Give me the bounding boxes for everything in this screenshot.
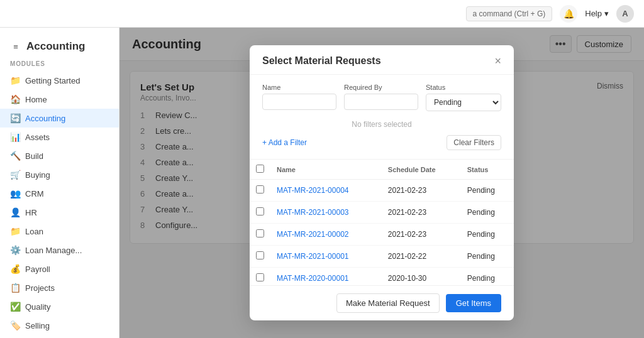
- sidebar-item-label: Payroll: [25, 264, 50, 274]
- sidebar-item-label: Assets: [25, 133, 50, 142]
- row-checkbox[interactable]: [256, 273, 264, 281]
- row-status: Pending: [461, 268, 514, 286]
- notification-icon[interactable]: 🔔: [560, 5, 577, 23]
- sidebar-item-label: Accounting: [25, 114, 65, 123]
- row-checkbox-cell: [250, 202, 270, 224]
- table-row: MAT-MR-2021-00002 2021-02-23 Pending: [250, 224, 514, 246]
- table-header: Name Schedule Date Status: [250, 160, 514, 180]
- row-status: Pending: [461, 224, 514, 246]
- modal-table-container: Name Schedule Date Status MAT-MR-2021-00…: [250, 160, 514, 285]
- sidebar-item-projects[interactable]: 📋 Projects: [0, 278, 119, 297]
- sidebar-item-home[interactable]: 🏠 Home: [0, 90, 119, 109]
- clear-filters-button[interactable]: Clear Filters: [447, 135, 501, 150]
- sidebar-item-payroll[interactable]: 💰 Payroll: [0, 259, 119, 278]
- row-checkbox-cell: [250, 246, 270, 268]
- filter-row: Name Required By Status Pending Submitte…: [262, 84, 501, 111]
- table-row: MAT-MR-2021-00004 2021-02-23 Pending: [250, 180, 514, 202]
- row-checkbox-cell: [250, 180, 270, 202]
- table-body: MAT-MR-2021-00004 2021-02-23 Pending MAT…: [250, 180, 514, 286]
- folder-icon: 📁: [10, 75, 20, 85]
- avatar[interactable]: A: [616, 5, 634, 23]
- crm-icon: 👥: [10, 188, 20, 199]
- row-checkbox-cell: [250, 224, 270, 246]
- payroll-icon: 💰: [10, 264, 20, 274]
- modules-label: MODULES: [0, 60, 119, 71]
- modal-title: Select Material Requests: [262, 55, 381, 67]
- sidebar-item-crm[interactable]: 👥 CRM: [0, 184, 119, 203]
- table-row: MAT-MR-2020-00001 2020-10-30 Pending: [250, 268, 514, 286]
- row-name: MAT-MR-2021-00001: [270, 246, 382, 268]
- help-button[interactable]: Help ▾: [585, 9, 609, 18]
- chevron-down-icon: ▾: [604, 9, 609, 18]
- col-header-status: Status: [461, 160, 514, 180]
- row-schedule-date: 2020-10-30: [382, 268, 461, 286]
- sidebar-item-buying[interactable]: 🛒 Buying: [0, 165, 119, 184]
- sidebar-item-label: Getting Started: [25, 76, 80, 85]
- build-icon: 🔨: [10, 151, 20, 161]
- filter-required-by-input[interactable]: [344, 94, 418, 110]
- row-name: MAT-MR-2021-00004: [270, 180, 382, 202]
- sidebar-item-assets[interactable]: 📊 Assets: [0, 128, 119, 146]
- row-checkbox[interactable]: [256, 251, 264, 259]
- filter-status-select[interactable]: Pending Submitted Cancelled: [426, 94, 501, 111]
- add-filter-row: + Add a Filter Clear Filters: [262, 135, 501, 150]
- table-row: MAT-MR-2021-00003 2021-02-23 Pending: [250, 202, 514, 224]
- sidebar: ≡ Accounting MODULES 📁 Getting Started 🏠…: [0, 28, 119, 338]
- filter-required-by-field: Required By: [344, 84, 418, 111]
- no-filters-text: No filters selected: [262, 117, 501, 130]
- make-material-request-button[interactable]: Make Material Request: [336, 293, 440, 313]
- sidebar-item-label: Build: [25, 151, 43, 161]
- modal-close-button[interactable]: ×: [494, 55, 501, 67]
- command-bar[interactable]: a command (Ctrl + G): [466, 6, 553, 21]
- loan-management-icon: ⚙️: [10, 245, 20, 255]
- select-all-checkbox[interactable]: [256, 165, 264, 173]
- home-icon: 🏠: [10, 94, 20, 104]
- row-status: Pending: [461, 180, 514, 202]
- modal-select-material-requests: Select Material Requests × Name Required…: [250, 45, 514, 320]
- sidebar-item-label: Quality: [25, 302, 50, 312]
- row-schedule-date: 2021-02-23: [382, 224, 461, 246]
- col-header-name: Name: [270, 160, 382, 180]
- sidebar-item-label: Loan: [25, 227, 43, 236]
- row-status: Pending: [461, 202, 514, 224]
- col-header-schedule-date: Schedule Date: [382, 160, 461, 180]
- sidebar-item-label: Buying: [25, 170, 50, 180]
- sidebar-item-build[interactable]: 🔨 Build: [0, 146, 119, 165]
- sidebar-item-label: CRM: [25, 189, 44, 199]
- sidebar-item-loan[interactable]: 📁 Loan: [0, 222, 119, 241]
- sidebar-item-hr[interactable]: 👤 HR: [0, 203, 119, 222]
- row-status: Pending: [461, 246, 514, 268]
- sidebar-item-label: Projects: [25, 283, 55, 293]
- row-checkbox[interactable]: [256, 229, 264, 237]
- row-name: MAT-MR-2021-00002: [270, 224, 382, 246]
- row-checkbox-cell: [250, 268, 270, 286]
- modal-overlay: Select Material Requests × Name Required…: [119, 28, 644, 338]
- modal-footer: Make Material Request Get Items: [250, 285, 514, 320]
- filter-name-input[interactable]: [262, 94, 336, 110]
- row-checkbox[interactable]: [256, 207, 264, 215]
- sidebar-item-label: HR: [25, 208, 37, 217]
- get-items-button[interactable]: Get Items: [446, 294, 501, 312]
- sidebar-item-label: Home: [25, 95, 47, 104]
- row-checkbox[interactable]: [256, 185, 264, 194]
- sidebar-item-loan-management[interactable]: ⚙️ Loan Manage...: [0, 241, 119, 259]
- row-name: MAT-MR-2020-00001: [270, 268, 382, 286]
- filter-status-label: Status: [426, 84, 501, 91]
- sidebar-item-quality[interactable]: ✅ Quality: [0, 297, 119, 316]
- sidebar-item-selling[interactable]: 🏷️ Selling: [0, 316, 119, 335]
- table-row: MAT-MR-2021-00001 2021-02-22 Pending: [250, 246, 514, 268]
- modal-header: Select Material Requests ×: [250, 45, 514, 75]
- add-filter-button[interactable]: + Add a Filter: [262, 138, 307, 147]
- sidebar-item-getting-started[interactable]: 📁 Getting Started: [0, 71, 119, 90]
- sidebar-item-label: Loan Manage...: [25, 246, 82, 255]
- modal-filters: Name Required By Status Pending Submitte…: [250, 75, 514, 160]
- table-select-all-col: [250, 160, 270, 180]
- topbar: a command (Ctrl + G) 🔔 Help ▾ A: [0, 0, 644, 28]
- sidebar-item-accounting[interactable]: 🔄 Accounting: [0, 109, 119, 128]
- filter-status-field: Status Pending Submitted Cancelled: [426, 84, 501, 111]
- sidebar-header: ≡ Accounting: [0, 35, 119, 60]
- quality-icon: ✅: [10, 302, 20, 312]
- accounting-icon: 🔄: [10, 113, 20, 123]
- filter-required-by-label: Required By: [344, 84, 418, 91]
- menu-icon: ≡: [10, 41, 21, 52]
